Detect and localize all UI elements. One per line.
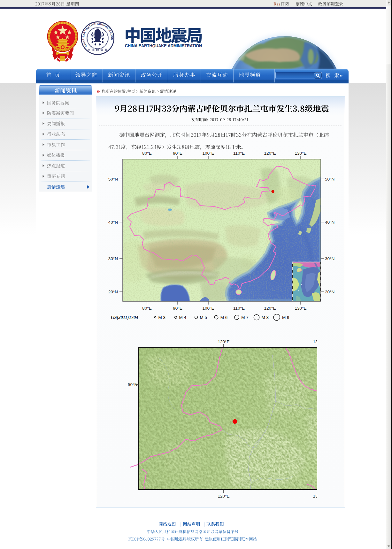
svg-text:M 7: M 7 bbox=[241, 315, 249, 320]
svg-text:120°E: 120°E bbox=[218, 339, 230, 344]
svg-text:30°N: 30°N bbox=[108, 256, 118, 261]
svg-text:30°N: 30°N bbox=[325, 256, 334, 261]
svg-text:M 8: M 8 bbox=[262, 315, 269, 320]
svg-text:GS(2011)1704: GS(2011)1704 bbox=[111, 315, 138, 320]
svg-text:M 5: M 5 bbox=[200, 315, 207, 320]
svg-text:100°E: 100°E bbox=[203, 306, 214, 311]
svg-text:M 9: M 9 bbox=[282, 315, 289, 320]
svg-text:80°E: 80°E bbox=[142, 151, 151, 156]
svg-text:50°N: 50°N bbox=[128, 382, 137, 387]
svg-text:40°N: 40°N bbox=[325, 220, 334, 225]
svg-text:40°N: 40°N bbox=[108, 220, 118, 225]
svg-text:90°E: 90°E bbox=[173, 306, 182, 311]
svg-text:110°E: 110°E bbox=[233, 306, 245, 311]
svg-text:M 3: M 3 bbox=[158, 315, 166, 320]
svg-text:130°E: 130°E bbox=[313, 339, 317, 344]
svg-text:50°N: 50°N bbox=[325, 177, 334, 182]
svg-text:130°E: 130°E bbox=[295, 151, 307, 156]
svg-text:120°E: 120°E bbox=[264, 306, 276, 311]
svg-text:130°E: 130°E bbox=[313, 494, 317, 499]
svg-text:100°E: 100°E bbox=[203, 151, 214, 156]
svg-text:130°E: 130°E bbox=[295, 306, 307, 311]
svg-text:90°E: 90°E bbox=[173, 151, 182, 156]
svg-text:120°E: 120°E bbox=[218, 494, 230, 499]
svg-text:20°N: 20°N bbox=[108, 290, 118, 294]
svg-text:80°E: 80°E bbox=[142, 306, 151, 311]
svg-text:50°N: 50°N bbox=[108, 177, 118, 182]
svg-text:120°E: 120°E bbox=[264, 151, 276, 156]
svg-text:CHINA EARTHQUAKE ADMINISTRATIO: CHINA EARTHQUAKE ADMINISTRATION bbox=[125, 43, 202, 48]
svg-text:110°E: 110°E bbox=[233, 151, 245, 156]
svg-text:M 6: M 6 bbox=[220, 315, 228, 320]
svg-text:M 4: M 4 bbox=[179, 315, 187, 320]
svg-text:20°N: 20°N bbox=[325, 290, 334, 294]
